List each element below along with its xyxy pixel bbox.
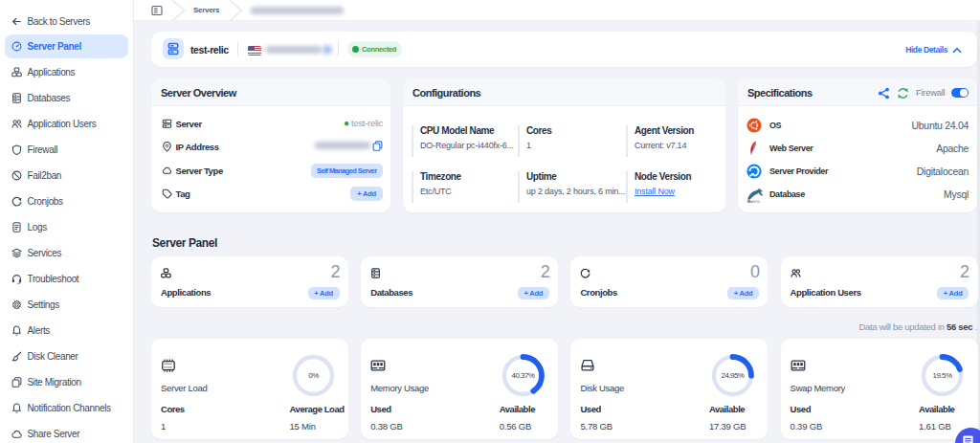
svg-text:0%: 0% — [308, 371, 319, 380]
svg-text:19.5%: 19.5% — [933, 371, 952, 380]
svg-text:40.37%: 40.37% — [511, 371, 534, 380]
svg-text:24.95%: 24.95% — [721, 371, 744, 380]
svg-text:SQL: SQL — [752, 200, 761, 203]
